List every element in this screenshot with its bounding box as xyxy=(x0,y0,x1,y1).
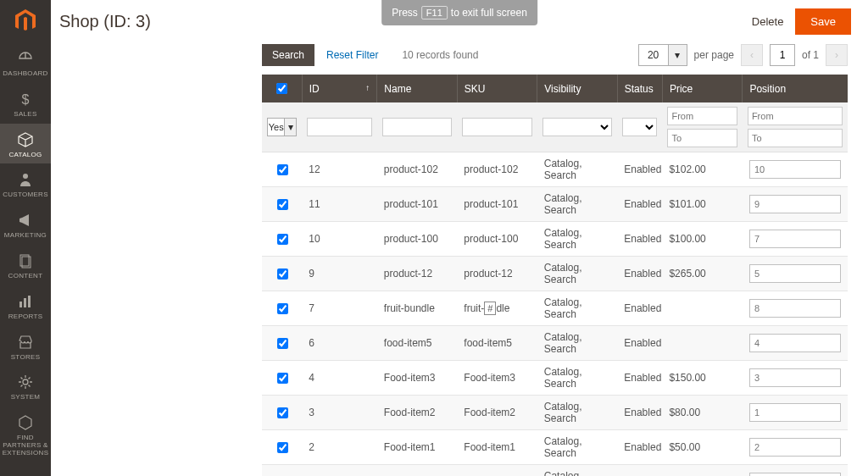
position-input[interactable] xyxy=(749,438,841,457)
person-icon xyxy=(16,170,35,189)
sidebar-item-label: REPORTS xyxy=(8,313,43,321)
caret-down-icon[interactable]: ▾ xyxy=(285,118,297,136)
row-checkbox[interactable] xyxy=(277,407,288,418)
cell-price: $100.00 xyxy=(662,222,742,257)
row-checkbox[interactable] xyxy=(277,373,288,384)
col-header-status[interactable]: Status xyxy=(617,75,662,102)
page-size-select[interactable]: 20 ▾ xyxy=(638,44,687,66)
row-checkbox[interactable] xyxy=(277,164,288,175)
row-checkbox[interactable] xyxy=(277,199,288,210)
table-row[interactable]: 9product-12product-12Catalog, SearchEnab… xyxy=(262,257,848,291)
page-number-input[interactable] xyxy=(770,44,795,66)
cell-price: $102.00 xyxy=(662,152,742,187)
table-row[interactable]: 7fruit-bundlefruit-#dleCatalog, SearchEn… xyxy=(262,291,848,326)
delete-button[interactable]: Delete xyxy=(752,15,784,28)
sort-asc-icon: ↑ xyxy=(365,83,370,92)
sidebar-item-label: DASHBOARD xyxy=(3,70,47,78)
table-row[interactable]: 3Food-item2Food-item2Catalog, SearchEnab… xyxy=(262,396,848,430)
hint-press: Press xyxy=(392,7,418,19)
records-found-label: 10 records found xyxy=(402,49,478,61)
filter-name-input[interactable] xyxy=(382,118,452,136)
row-checkbox[interactable] xyxy=(277,442,288,453)
caret-down-icon[interactable]: ▾ xyxy=(669,44,687,66)
position-input[interactable] xyxy=(749,230,841,248)
sidebar-item-system[interactable]: SYSTEM xyxy=(0,366,51,407)
position-input[interactable] xyxy=(749,403,841,422)
cell-status: Enabled xyxy=(617,291,662,326)
filter-in-category-select[interactable]: Yes ▾ xyxy=(267,118,297,136)
filter-status-select[interactable] xyxy=(622,118,657,136)
table-row[interactable]: 10product-100product-100Catalog, SearchE… xyxy=(262,222,848,257)
cell-visibility: Catalog, Search xyxy=(537,152,617,187)
table-row[interactable]: 2Food-item1Food-item1Catalog, SearchEnab… xyxy=(262,430,848,465)
sidebar-item-label: MARKETING xyxy=(4,232,47,240)
search-button[interactable]: Search xyxy=(262,44,314,66)
filter-price-to[interactable] xyxy=(667,129,737,147)
col-header-visibility[interactable]: Visibility xyxy=(537,75,617,102)
save-button[interactable]: Save xyxy=(795,8,851,35)
filter-sku-input[interactable] xyxy=(462,118,531,136)
row-checkbox[interactable] xyxy=(277,234,288,245)
table-row[interactable]: 6food-item5food-item5Catalog, SearchEnab… xyxy=(262,326,848,361)
sidebar-item-label: SYSTEM xyxy=(11,394,41,401)
table-row[interactable]: 1Food-itemFood-itemCatalog, SearchEnable… xyxy=(262,465,848,477)
filter-price-from[interactable] xyxy=(667,107,737,125)
sidebar-item-label: CATALOG xyxy=(8,152,42,159)
table-row[interactable]: 12product-102product-102Catalog, SearchE… xyxy=(262,152,848,187)
filter-id-input[interactable] xyxy=(307,118,372,136)
pages-icon xyxy=(16,252,35,270)
col-header-price[interactable]: Price xyxy=(662,75,742,102)
col-header-position[interactable]: Position xyxy=(743,75,848,102)
fullscreen-hint: Press F11 to exit full screen xyxy=(381,0,537,25)
filter-visibility-select[interactable] xyxy=(542,118,612,136)
cell-sku: product-12 xyxy=(457,257,537,291)
dollar-icon: $ xyxy=(16,90,35,108)
cell-price: $150.00 xyxy=(662,361,742,396)
position-input[interactable] xyxy=(749,195,841,213)
cell-visibility: Catalog, Search xyxy=(537,326,617,361)
inline-edit-caret: # xyxy=(484,302,496,315)
sidebar-item-content[interactable]: CONTENT xyxy=(0,245,51,285)
filter-position-from[interactable] xyxy=(748,107,843,125)
sidebar-item-reports[interactable]: REPORTS xyxy=(0,285,51,326)
prev-page-button[interactable]: ‹ xyxy=(741,44,763,66)
sidebar-item-stores[interactable]: STORES xyxy=(0,326,51,367)
table-row[interactable]: 11product-101product-101Catalog, SearchE… xyxy=(262,187,848,222)
sidebar-item-customers[interactable]: CUSTOMERS xyxy=(0,163,51,204)
col-header-sku[interactable]: SKU xyxy=(457,75,537,102)
table-row[interactable]: 4Food-item3Food-item3Catalog, SearchEnab… xyxy=(262,361,848,396)
cell-price: $50.00 xyxy=(662,430,742,465)
cell-sku: Food-item3 xyxy=(457,361,537,396)
svg-text:$: $ xyxy=(22,92,30,107)
cell-sku: food-item5 xyxy=(457,326,537,361)
svg-rect-5 xyxy=(24,298,26,307)
position-input[interactable] xyxy=(749,160,841,179)
col-header-name[interactable]: Name xyxy=(377,75,457,102)
sidebar-item-find-partners-extensions[interactable]: FIND PARTNERS & EXTENSIONS xyxy=(0,407,51,462)
filter-position-to[interactable] xyxy=(748,129,843,147)
cell-visibility: Catalog, Search xyxy=(537,430,617,465)
position-input[interactable] xyxy=(749,473,841,476)
row-checkbox[interactable] xyxy=(277,268,288,280)
sidebar-item-sales[interactable]: $SALES xyxy=(0,83,51,124)
position-input[interactable] xyxy=(749,368,841,387)
position-input[interactable] xyxy=(749,299,841,318)
magento-logo[interactable] xyxy=(0,0,51,42)
reset-filter-link[interactable]: Reset Filter xyxy=(326,49,378,61)
sidebar-item-catalog[interactable]: CATALOG xyxy=(0,124,51,164)
cell-sku: Food-item xyxy=(457,465,537,477)
sidebar-item-dashboard[interactable]: DASHBOARD xyxy=(0,42,51,83)
svg-rect-4 xyxy=(19,302,22,307)
select-all-checkbox[interactable] xyxy=(276,83,287,94)
cell-name: Food-item xyxy=(377,465,457,477)
row-checkbox[interactable] xyxy=(277,338,288,349)
cell-id: 10 xyxy=(302,222,377,257)
position-input[interactable] xyxy=(749,334,841,352)
cell-sku: product-102 xyxy=(457,152,537,187)
position-input[interactable] xyxy=(749,264,841,283)
next-page-button[interactable]: › xyxy=(826,44,848,66)
col-header-id[interactable]: ID↑ xyxy=(302,75,377,102)
row-checkbox[interactable] xyxy=(277,303,288,314)
cell-visibility: Catalog, Search xyxy=(537,396,617,430)
sidebar-item-marketing[interactable]: MARKETING xyxy=(0,204,51,245)
